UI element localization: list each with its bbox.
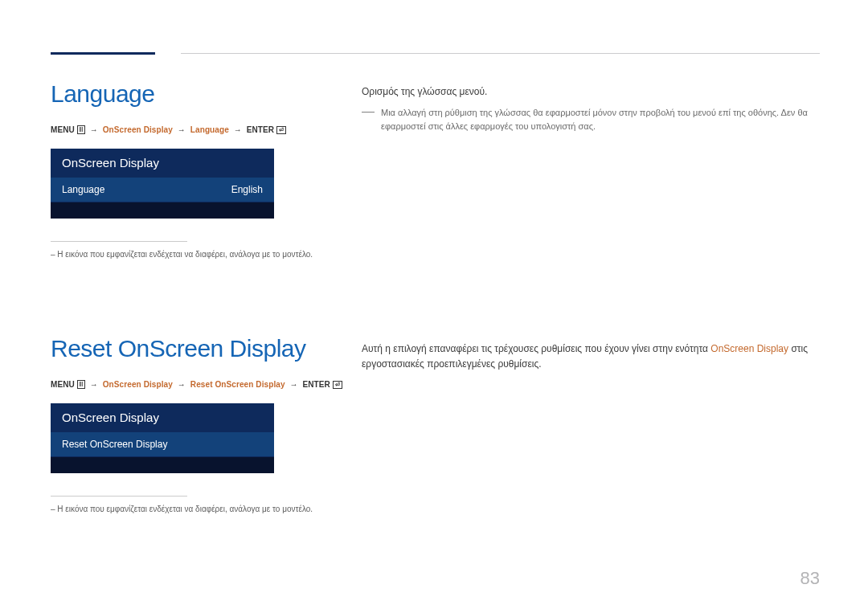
header-accent-bar: [51, 52, 155, 55]
description-language: Ορισμός της γλώσσας μενού. ― Μια αλλαγή …: [362, 84, 820, 133]
osd-panel-header: OnScreen Display: [51, 149, 274, 177]
description-text: Ορισμός της γλώσσας μενού.: [362, 84, 820, 100]
breadcrumb-language: MENU Ⅲ → OnScreen Display → Language → E…: [51, 125, 313, 134]
divider: [51, 496, 187, 497]
arrow-icon: →: [88, 125, 100, 134]
description-highlight: OnScreen Display: [710, 343, 788, 354]
arrow-icon: →: [175, 380, 188, 389]
breadcrumb-step: Language: [190, 125, 229, 134]
breadcrumb-menu: MENU: [51, 380, 75, 389]
breadcrumb-enter: ENTER: [303, 380, 330, 389]
breadcrumb-step: Reset OnScreen Display: [190, 380, 285, 389]
description-reset: Αυτή η επιλογή επαναφέρει τις τρέχουσες …: [362, 341, 820, 372]
breadcrumb-menu: MENU: [51, 125, 75, 134]
section-title-language: Language: [51, 80, 313, 108]
osd-row-language[interactable]: Language English: [51, 177, 274, 202]
tip-text: Μια αλλαγή στη ρύθμιση της γλώσσας θα εφ…: [381, 106, 820, 133]
osd-panel-header: OnScreen Display: [51, 403, 274, 431]
osd-row-reset[interactable]: Reset OnScreen Display: [51, 431, 274, 456]
menu-icon: Ⅲ: [77, 125, 85, 134]
tip-dash-icon: ―: [362, 105, 375, 118]
arrow-icon: →: [231, 125, 244, 134]
description-pre: Αυτή η επιλογή επαναφέρει τις τρέχουσες …: [362, 343, 710, 354]
header-rule: [181, 53, 820, 54]
arrow-icon: →: [88, 380, 100, 389]
section-reset-osd: Reset OnScreen Display MENU Ⅲ → OnScreen…: [51, 335, 342, 513]
breadcrumb-step: OnScreen Display: [103, 125, 173, 134]
osd-row-value: English: [231, 184, 263, 195]
menu-icon: Ⅲ: [77, 380, 85, 389]
osd-panel-reset: OnScreen Display Reset OnScreen Display: [51, 403, 274, 473]
footnote-language: – Η εικόνα που εμφανίζεται ενδέχεται να …: [51, 250, 313, 259]
osd-row-empty: [51, 202, 274, 219]
section-language: Language MENU Ⅲ → OnScreen Display → Lan…: [51, 80, 313, 259]
breadcrumb-reset: MENU Ⅲ → OnScreen Display → Reset OnScre…: [51, 380, 342, 389]
osd-row-label: Language: [62, 184, 104, 195]
breadcrumb-step: OnScreen Display: [103, 380, 173, 389]
section-title-reset: Reset OnScreen Display: [51, 335, 342, 362]
breadcrumb-enter: ENTER: [247, 125, 274, 134]
footnote-reset: – Η εικόνα που εμφανίζεται ενδέχεται να …: [51, 505, 342, 513]
page-number: 83: [800, 568, 820, 589]
enter-icon: ⏎: [276, 126, 286, 134]
tip-row: ― Μια αλλαγή στη ρύθμιση της γλώσσας θα …: [362, 106, 820, 133]
arrow-icon: →: [288, 380, 301, 389]
osd-panel-language: OnScreen Display Language English: [51, 149, 274, 219]
arrow-icon: →: [175, 125, 188, 134]
osd-row-empty: [51, 456, 274, 473]
osd-row-label: Reset OnScreen Display: [62, 439, 167, 450]
divider: [51, 241, 187, 242]
enter-icon: ⏎: [333, 381, 342, 389]
